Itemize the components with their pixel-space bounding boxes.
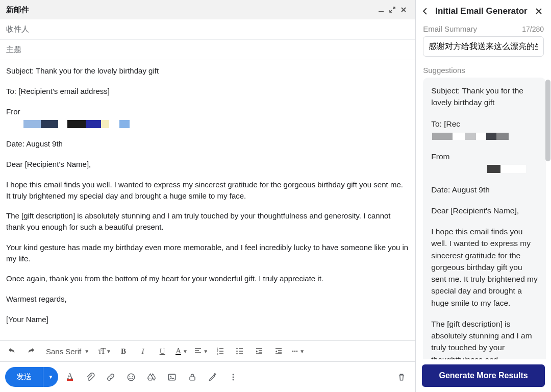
body-p3: Your kind gesture has made my birthday e… xyxy=(6,242,409,264)
svg-point-8 xyxy=(296,351,298,352)
compose-action-bar: 发送 ▼ A xyxy=(0,362,415,392)
confidential-mode-button[interactable] xyxy=(184,369,201,386)
body-p4: Once again, thank you from the bottom of… xyxy=(6,273,409,284)
expand-icon[interactable] xyxy=(387,4,398,15)
sugg-p2: The [gift description] is absolutely stu… xyxy=(431,318,538,359)
svg-point-3 xyxy=(236,348,238,350)
sugg-from: From xyxy=(431,151,538,175)
formatting-toolbar: Sans Serif ▼ тT▼ B I U A▼ ▼ 123 ▼ xyxy=(0,340,415,362)
send-button-group: 发送 ▼ xyxy=(5,367,58,387)
compose-window: 新邮件 收件人 主题 Subject: Thank you for the lo… xyxy=(0,0,416,392)
panel-title: Initial Email Generator xyxy=(435,6,529,16)
sugg-date: Date: August 9th xyxy=(431,184,538,195)
svg-point-4 xyxy=(236,351,238,352)
sugg-subject: Subject: Thank you for the lovely birthd… xyxy=(431,85,538,109)
body-name: [Your Name] xyxy=(6,314,409,325)
insert-signature-button[interactable] xyxy=(204,369,221,386)
svg-point-17 xyxy=(233,379,234,380)
bold-button[interactable]: B xyxy=(115,343,132,359)
font-size-button[interactable]: тT▼ xyxy=(95,343,113,359)
insert-drive-button[interactable] xyxy=(143,369,160,386)
text-format-button[interactable]: A xyxy=(61,369,79,386)
insert-link-button[interactable] xyxy=(102,369,119,386)
svg-point-11 xyxy=(132,376,133,377)
insert-emoji-button[interactable] xyxy=(122,369,140,386)
compose-header: 新邮件 xyxy=(0,0,415,19)
bullet-list-button[interactable] xyxy=(231,343,248,359)
sugg-p1: I hope this email finds you well. I want… xyxy=(431,226,538,309)
svg-point-5 xyxy=(236,353,238,355)
insert-image-button[interactable] xyxy=(163,369,181,386)
redaction-strip-to xyxy=(432,133,509,140)
body-p1: I hope this email finds you well. I want… xyxy=(6,179,409,202)
redaction-strip-from xyxy=(23,119,409,129)
summary-section: Email Summary 17/280 xyxy=(416,22,551,61)
subject-field[interactable]: 主题 xyxy=(0,40,415,60)
font-select[interactable]: Sans Serif ▼ xyxy=(42,343,93,359)
more-format-button[interactable]: ▼ xyxy=(289,343,307,359)
panel-close-button[interactable] xyxy=(532,4,546,18)
svg-point-15 xyxy=(233,374,234,375)
suggestions-label: Suggestions xyxy=(416,61,551,78)
body-subject-line: Subject: Thank you for the lovely birthd… xyxy=(6,65,409,77)
generator-panel: Initial Email Generator Email Summary 17… xyxy=(416,0,551,392)
indent-increase-button[interactable] xyxy=(270,343,287,359)
recipients-label: 收件人 xyxy=(6,24,29,33)
minimize-icon[interactable] xyxy=(375,4,387,15)
sugg-greeting: Dear [Recipient's Name], xyxy=(431,205,538,216)
chevron-down-icon: ▼ xyxy=(84,349,89,354)
suggestions-scroll[interactable]: Subject: Thank you for the lovely birthd… xyxy=(416,78,551,359)
svg-point-13 xyxy=(170,376,171,377)
send-button[interactable]: 发送 xyxy=(5,367,43,387)
body-signoff: Warmest regards, xyxy=(6,293,409,305)
redaction-strip-from2 xyxy=(487,165,526,173)
scrollbar-thumb[interactable] xyxy=(545,80,550,161)
suggestion-card[interactable]: Subject: Thank you for the lovely birthd… xyxy=(423,78,546,359)
summary-input[interactable] xyxy=(423,36,544,57)
svg-point-6 xyxy=(292,351,294,352)
body-date-line: Date: August 9th xyxy=(6,138,409,150)
svg-point-9 xyxy=(128,374,134,380)
text-color-button[interactable]: A▼ xyxy=(173,343,190,359)
close-icon[interactable] xyxy=(398,4,409,15)
italic-button[interactable]: I xyxy=(134,343,152,359)
recipients-field[interactable]: 收件人 xyxy=(0,19,415,40)
redo-button[interactable] xyxy=(22,343,40,359)
compose-title: 新邮件 xyxy=(6,5,29,15)
body-p2: The [gift description] is absolutely stu… xyxy=(6,210,409,233)
undo-button[interactable] xyxy=(3,343,20,359)
body-to-line: To: [Recipient's email address] xyxy=(6,86,409,97)
back-button[interactable] xyxy=(418,4,432,18)
svg-point-16 xyxy=(233,376,234,378)
sugg-to: To: [Rec xyxy=(431,118,538,142)
svg-point-10 xyxy=(130,376,131,377)
svg-text:3: 3 xyxy=(217,352,218,355)
compose-body[interactable]: Subject: Thank you for the lovely birthd… xyxy=(0,60,415,340)
numbered-list-button[interactable]: 123 xyxy=(212,343,229,359)
send-options-button[interactable]: ▼ xyxy=(43,367,58,387)
subject-label: 主题 xyxy=(6,45,21,54)
summary-label: Email Summary xyxy=(423,24,477,33)
panel-footer: Generate More Results xyxy=(416,359,551,392)
generate-more-button[interactable]: Generate More Results xyxy=(422,364,545,387)
attach-file-button[interactable] xyxy=(82,369,99,386)
body-from-prefix: Fror xyxy=(6,107,20,116)
body-greeting: Dear [Recipient's Name], xyxy=(6,159,409,170)
indent-decrease-button[interactable] xyxy=(251,343,268,359)
summary-count: 17/280 xyxy=(522,25,544,33)
more-options-button[interactable] xyxy=(224,369,242,386)
font-label: Sans Serif xyxy=(46,347,81,356)
svg-point-7 xyxy=(294,351,296,352)
underline-button[interactable]: U xyxy=(154,343,171,359)
discard-draft-button[interactable] xyxy=(393,369,410,386)
panel-header: Initial Email Generator xyxy=(416,0,551,22)
svg-rect-14 xyxy=(190,377,195,380)
align-button[interactable]: ▼ xyxy=(192,343,210,359)
